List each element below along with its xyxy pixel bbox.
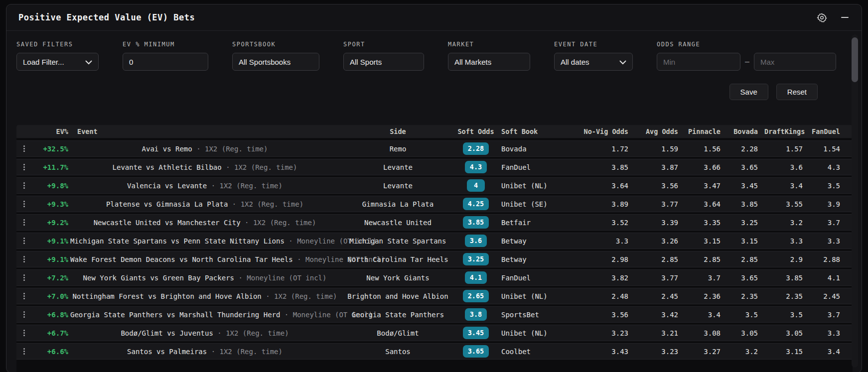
row-menu-cell: [16, 291, 31, 301]
ev-cell: +9.2%: [31, 219, 70, 227]
event-cell: Newcastle United vs Manchester City · 1X…: [70, 219, 339, 227]
column-header-fanduel[interactable]: FanDuel: [809, 127, 847, 135]
no-vig-odds-cell: 3.43: [578, 348, 635, 356]
vertical-scrollbar-thumb[interactable]: [852, 37, 858, 82]
odds-max-input[interactable]: [760, 58, 830, 66]
row-menu-button[interactable]: [21, 236, 27, 246]
pinnacle-odds-cell: 2.36: [685, 292, 727, 300]
market-input[interactable]: [454, 58, 524, 66]
row-menu-cell: [16, 346, 31, 357]
soft-odds-badge[interactable]: 2.65: [463, 290, 489, 302]
row-menu-button[interactable]: [21, 217, 27, 228]
soft-book-cell: FanDuel: [495, 163, 578, 171]
odds-min-field: [657, 53, 740, 71]
column-header-avg[interactable]: Avg Odds: [635, 127, 685, 135]
draftkings-odds-cell: 3.2: [764, 219, 809, 227]
event-market: · 1X2 (Reg. time): [207, 348, 283, 356]
soft-odds-badge[interactable]: 3.8: [465, 308, 487, 320]
soft-odds-badge[interactable]: 4.3: [465, 161, 487, 173]
row-menu-button[interactable]: [21, 162, 27, 172]
column-header-pinnacle[interactable]: Pinnacle: [685, 127, 727, 135]
fanduel-odds-cell: 4.1: [809, 274, 847, 282]
kebab-icon: [23, 258, 25, 260]
draftkings-odds-cell: 3.55: [764, 200, 809, 208]
column-header-ev[interactable]: EV%: [31, 127, 70, 135]
row-menu-button[interactable]: [21, 254, 27, 264]
avg-odds-cell: 3.42: [635, 311, 685, 319]
soft-odds-badge[interactable]: 3.25: [463, 253, 489, 265]
no-vig-odds-cell: 1.72: [578, 145, 635, 153]
column-header-bovada[interactable]: Bovada: [727, 127, 764, 135]
vertical-scrollbar-track[interactable]: [852, 34, 858, 368]
column-header-soft_odds[interactable]: Soft Odds: [456, 127, 495, 135]
kebab-icon: [23, 353, 25, 355]
soft-odds-badge[interactable]: 3.6: [465, 235, 487, 247]
row-menu-button[interactable]: [21, 143, 27, 154]
no-vig-odds-cell: 2.48: [578, 292, 635, 300]
soft-odds-badge[interactable]: 3.45: [463, 327, 489, 339]
table-row[interactable]: +11.7%Levante vs Athletic Bilbao · 1X2 (…: [16, 159, 853, 175]
table-row[interactable]: +9.1%Michigan State Spartans vs Penn Sta…: [16, 233, 853, 249]
event-cell: Platense vs Gimnasia La Plata · 1X2 (Reg…: [70, 200, 339, 208]
event-date-select[interactable]: All dates: [554, 53, 633, 71]
row-menu-button[interactable]: [21, 309, 27, 320]
row-menu-button[interactable]: [21, 328, 27, 338]
soft-odds-badge[interactable]: 3.85: [463, 216, 489, 228]
sportsbook-input[interactable]: [239, 58, 313, 66]
row-menu-cell: [16, 254, 31, 264]
event-cell: Michigan State Spartans vs Penn State Ni…: [70, 237, 339, 245]
column-header-no_vig[interactable]: No-Vig Odds: [578, 127, 635, 135]
table-row[interactable]: +9.2%Newcastle United vs Manchester City…: [16, 214, 853, 231]
event-market: · 1X2 (Reg. time): [262, 292, 337, 300]
bovada-odds-cell: 3.5: [727, 311, 764, 319]
save-button[interactable]: Save: [729, 84, 768, 100]
fanduel-odds-cell: 2.88: [809, 255, 847, 263]
side-cell: Bodø/Glimt: [339, 329, 456, 337]
row-menu-button[interactable]: [21, 199, 27, 209]
row-menu-button[interactable]: [21, 346, 27, 357]
event-market: · 1X2 (Reg. time): [228, 200, 303, 208]
table-row[interactable]: +6.7%Bodø/Glimt vs Juventus · 1X2 (Reg. …: [16, 325, 853, 341]
soft-odds-cell: 2.28: [456, 142, 495, 154]
column-header-event[interactable]: Event: [70, 127, 339, 135]
kebab-icon: [23, 314, 25, 315]
table-row[interactable]: +9.3%Platense vs Gimnasia La Plata · 1X2…: [16, 196, 853, 212]
minus-icon: [841, 17, 849, 18]
market-field: [448, 53, 530, 71]
table-row[interactable]: +9.8%Valencia vs Levante · 1X2 (Reg. tim…: [16, 177, 853, 194]
event-market: · 1X2 (Reg. time): [192, 145, 268, 153]
side-cell: Levante: [339, 163, 456, 171]
soft-odds-badge[interactable]: 2.28: [463, 142, 489, 154]
column-header-soft_book[interactable]: Soft Book: [495, 127, 578, 135]
row-menu-button[interactable]: [21, 180, 27, 191]
table-row[interactable]: +6.8%Georgia State Panthers vs Marshall …: [16, 306, 853, 323]
avg-odds-cell: 3.56: [635, 182, 685, 190]
column-header-draftkings[interactable]: DraftKings: [764, 127, 809, 135]
soft-odds-badge[interactable]: 4.25: [463, 198, 489, 210]
soft-odds-badge[interactable]: 3.65: [463, 345, 489, 357]
table-row[interactable]: +9.1%Wake Forest Demon Deacons vs North …: [16, 251, 853, 267]
event-cell: Santos vs Palmeiras · 1X2 (Reg. time): [70, 348, 339, 356]
ev-minimum-input[interactable]: [129, 58, 202, 66]
table-row[interactable]: +7.2%New York Giants vs Green Bay Packer…: [16, 269, 853, 286]
soft-book-cell: Betway: [495, 255, 578, 263]
kebab-icon: [23, 298, 25, 299]
minimize-button[interactable]: [841, 17, 849, 18]
event-cell: New York Giants vs Green Bay Packers · M…: [70, 274, 339, 282]
settings-button[interactable]: [817, 12, 827, 23]
odds-min-input[interactable]: [663, 58, 734, 66]
saved-filters-select[interactable]: Load Filter...: [16, 53, 99, 71]
table-row[interactable]: +7.0%Nottingham Forest vs Brighton and H…: [16, 288, 853, 304]
chevron-down-icon: [619, 58, 626, 66]
table-row[interactable]: +6.6%Santos vs Palmeiras · 1X2 (Reg. tim…: [16, 343, 853, 360]
soft-odds-badge[interactable]: 4.1: [465, 271, 487, 283]
reset-button[interactable]: Reset: [776, 84, 818, 100]
row-menu-button[interactable]: [21, 291, 27, 301]
bovada-odds-cell: 3.65: [727, 274, 764, 282]
soft-odds-badge[interactable]: 4: [467, 179, 485, 191]
sport-input[interactable]: [350, 58, 418, 66]
row-menu-button[interactable]: [21, 272, 27, 283]
table-row[interactable]: +32.5%Avai vs Remo · 1X2 (Reg. time)Remo…: [16, 140, 853, 157]
event-teams: Wake Forest Demon Deacons vs North Carol…: [70, 255, 293, 263]
column-header-side[interactable]: Side: [339, 127, 456, 135]
